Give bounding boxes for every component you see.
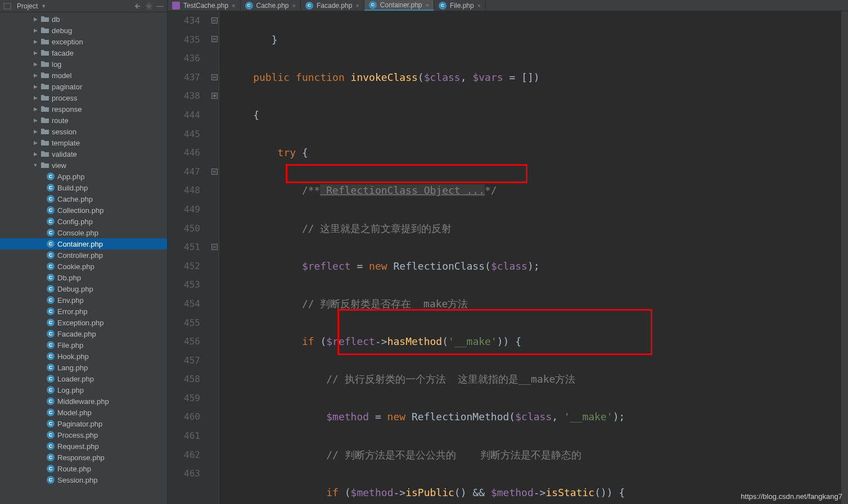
- editor-tab[interactable]: CFile.php×: [434, 0, 486, 11]
- tree-file[interactable]: CResponse.php: [0, 452, 167, 463]
- tree-file[interactable]: CFacade.php: [0, 328, 167, 339]
- tree-item-label: Lang.php: [57, 364, 88, 372]
- php-file-icon: C: [46, 206, 55, 215]
- tree-file[interactable]: CSession.php: [0, 474, 167, 485]
- tree-folder-exception[interactable]: ▶exception: [0, 36, 167, 47]
- tree-file[interactable]: CApp.php: [0, 171, 167, 182]
- tree-file[interactable]: CDb.php: [0, 272, 167, 283]
- editor-tab[interactable]: CFacade.php×: [301, 0, 364, 11]
- code-editor[interactable]: 4344354364374384444454464474484494504514…: [168, 11, 848, 504]
- folder-icon: [40, 105, 49, 113]
- tree-file[interactable]: CRoute.php: [0, 463, 167, 474]
- php-file-icon: C: [46, 363, 55, 372]
- line-number: 438: [168, 87, 200, 106]
- line-number: 457: [168, 351, 200, 370]
- chevron-right-icon: ▶: [33, 28, 38, 33]
- php-file-icon: C: [46, 464, 55, 473]
- chevron-right-icon: ▶: [33, 117, 38, 123]
- tree-item-label: Cookie.php: [57, 262, 94, 271]
- php-file-icon: C: [46, 172, 55, 181]
- tree-file[interactable]: CPaginator.php: [0, 418, 167, 429]
- editor-tab[interactable]: TestCache.php×: [168, 0, 241, 11]
- tree-file[interactable]: CException.php: [0, 317, 167, 328]
- tree-file[interactable]: CBuild.php: [0, 182, 167, 193]
- tree-folder-debug[interactable]: ▶debug: [0, 25, 167, 36]
- project-tree[interactable]: ▶db▶debug▶exception▶facade▶log▶model▶pag…: [0, 12, 167, 504]
- tree-file[interactable]: CMiddleware.php: [0, 396, 167, 407]
- tree-file[interactable]: CCookie.php: [0, 261, 167, 272]
- line-number: 460: [168, 407, 200, 426]
- close-icon[interactable]: ×: [426, 2, 429, 8]
- tree-folder-db[interactable]: ▶db: [0, 13, 167, 25]
- tree-file[interactable]: CError.php: [0, 306, 167, 317]
- code-line: {: [223, 106, 841, 125]
- gear-icon[interactable]: [145, 2, 153, 10]
- folder-icon: [40, 161, 49, 169]
- tree-folder-session[interactable]: ▶session: [0, 126, 167, 137]
- tree-file[interactable]: CModel.php: [0, 407, 167, 418]
- tree-file[interactable]: CLang.php: [0, 362, 167, 373]
- tree-file[interactable]: CEnv.php: [0, 294, 167, 306]
- tree-file[interactable]: CDebug.php: [0, 283, 167, 294]
- tree-folder-process[interactable]: ▶process: [0, 92, 167, 103]
- tree-file[interactable]: CLog.php: [0, 384, 167, 396]
- project-label[interactable]: Project: [17, 2, 38, 10]
- close-icon[interactable]: ×: [232, 2, 235, 9]
- line-number: 454: [168, 294, 200, 314]
- code-line: $reflect = new ReflectionClass($class);: [223, 257, 841, 276]
- folder-icon: [40, 83, 49, 90]
- minimize-icon[interactable]: —: [156, 2, 164, 10]
- fold-marker[interactable]: −: [211, 169, 218, 175]
- line-number: 461: [168, 426, 200, 446]
- tree-folder-response[interactable]: ▶response: [0, 103, 167, 115]
- tree-folder-view[interactable]: ▼view: [0, 160, 167, 171]
- tree-folder-log[interactable]: ▶log: [0, 58, 167, 70]
- tree-item-label: Session.php: [57, 476, 98, 484]
- tree-file[interactable]: CFile.php: [0, 339, 167, 351]
- tree-item-label: Hook.php: [57, 352, 89, 361]
- chevron-right-icon: ▶: [33, 129, 38, 134]
- tree-file[interactable]: CHook.php: [0, 351, 167, 362]
- collapse-icon[interactable]: [134, 2, 142, 10]
- tree-file[interactable]: CCache.php: [0, 193, 167, 205]
- tree-file[interactable]: CRequest.php: [0, 441, 167, 452]
- fold-marker[interactable]: −: [211, 74, 218, 80]
- fold-marker[interactable]: −: [211, 36, 218, 42]
- editor-tab[interactable]: CContainer.php×: [364, 0, 434, 11]
- php-file-icon: C: [46, 239, 55, 248]
- tree-item-label: Debug.php: [57, 285, 93, 293]
- tree-item-label: process: [52, 94, 78, 102]
- close-icon[interactable]: ×: [477, 2, 481, 9]
- tree-file[interactable]: CProcess.php: [0, 429, 167, 441]
- fold-marker[interactable]: +: [211, 93, 218, 99]
- tree-item-label: Request.php: [57, 442, 99, 451]
- tree-file[interactable]: CContainer.php: [0, 238, 167, 249]
- close-icon[interactable]: ×: [355, 2, 359, 9]
- tree-folder-template[interactable]: ▶template: [0, 137, 167, 148]
- tree-file[interactable]: CConfig.php: [0, 216, 167, 227]
- editor-tab[interactable]: CCache.php×: [241, 0, 301, 11]
- tree-folder-paginator[interactable]: ▶paginator: [0, 81, 167, 92]
- tree-item-label: session: [52, 128, 76, 136]
- tree-item-label: Facade.php: [57, 330, 96, 338]
- dropdown-arrow-icon[interactable]: ▼: [41, 3, 46, 9]
- tree-file[interactable]: CConsole.php: [0, 227, 167, 238]
- line-number: 436: [168, 49, 200, 68]
- code-content[interactable]: } public function invokeClass($class, $v…: [219, 11, 841, 504]
- fold-column: − − − + − −: [210, 11, 219, 504]
- php-file-icon: C: [46, 408, 55, 417]
- tree-folder-validate[interactable]: ▶validate: [0, 148, 167, 160]
- close-icon[interactable]: ×: [292, 2, 296, 9]
- fold-marker[interactable]: −: [211, 17, 218, 24]
- tree-file[interactable]: CLoader.php: [0, 373, 167, 384]
- line-number: 455: [168, 314, 200, 333]
- tree-folder-model[interactable]: ▶model: [0, 70, 167, 81]
- tree-folder-route[interactable]: ▶route: [0, 115, 167, 126]
- editor-scrollbar[interactable]: [841, 11, 848, 504]
- tree-file[interactable]: CController.php: [0, 249, 167, 261]
- php-file-icon: C: [46, 194, 55, 203]
- tree-folder-facade[interactable]: ▶facade: [0, 47, 167, 58]
- tree-file[interactable]: CCollection.php: [0, 205, 167, 216]
- code-line: // 判断反射类是否存在__make方法: [223, 294, 841, 314]
- fold-marker[interactable]: −: [211, 244, 218, 250]
